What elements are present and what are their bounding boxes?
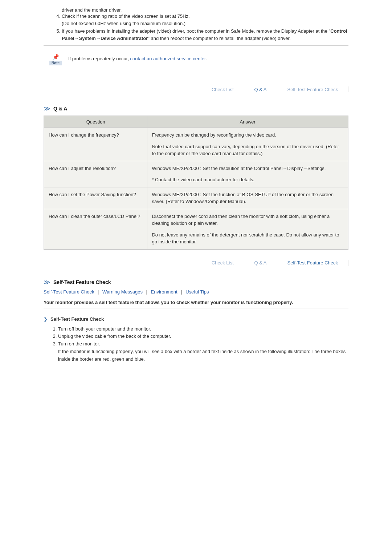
selftest-subheader-title: Self-Test Feature Check xyxy=(50,316,104,322)
qa-a1-p2: Note that video card support can vary, d… xyxy=(152,143,343,157)
intro-item-4: Check if the scanning ratio of the video… xyxy=(62,13,348,27)
qa-a2-p2: * Contact the video card manufacturer fo… xyxy=(152,176,343,183)
note-label: Note xyxy=(49,61,62,65)
qa-a2-p1: Windows ME/XP/2000 : Set the resolution … xyxy=(152,166,326,171)
intro-item-5-post: " and then reboot the computer to reinst… xyxy=(148,36,290,41)
nav-qa[interactable]: Q & A xyxy=(254,87,267,92)
nav-qa[interactable]: Q & A xyxy=(254,260,267,266)
link-self-test[interactable]: Self-Test Feature Check xyxy=(44,289,94,295)
qa-a4: Disconnect the power cord and then clean… xyxy=(147,209,348,250)
nav-divider-icon xyxy=(277,86,277,92)
step-3a: Turn on the monitor. xyxy=(58,341,100,347)
selftest-steps: Turn off both your computer and the moni… xyxy=(51,325,348,363)
th-question: Question xyxy=(44,116,147,128)
intro-ordered-list: Check if the scanning ratio of the video… xyxy=(54,13,348,42)
qa-section-header: ≫ Q & A xyxy=(44,105,348,113)
sublink-sep: | xyxy=(146,289,147,295)
qa-a3: Windows ME/XP/2000 : Set the function at… xyxy=(147,187,348,209)
qa-q3: How can I set the Power Saving function? xyxy=(44,187,147,209)
link-environment[interactable]: Environment xyxy=(151,289,177,295)
note-text: If problems repeatedly occur, contact an… xyxy=(68,54,207,61)
list-item: Turn off both your computer and the moni… xyxy=(58,325,348,333)
link-warning-messages[interactable]: Warning Messages xyxy=(102,289,143,295)
nav-tabs-2: Check List Q & A Self-Test Feature Check xyxy=(44,250,348,269)
step-1: Turn off both your computer and the moni… xyxy=(58,326,151,332)
nav-divider-icon xyxy=(244,260,244,266)
nav-self-test[interactable]: Self-Test Feature Check xyxy=(287,260,338,266)
th-answer: Answer xyxy=(147,116,348,128)
note-block: 📌 Note If problems repeatedly occur, con… xyxy=(49,54,348,65)
small-chevron-icon: ❯ xyxy=(44,316,48,322)
qa-table: Question Answer How can I change the fre… xyxy=(44,116,348,250)
nav-divider-icon xyxy=(348,260,348,266)
qa-section-title: Q & A xyxy=(53,106,67,112)
nav-check-list[interactable]: Check List xyxy=(212,260,234,266)
nav-self-test[interactable]: Self-Test Feature Check xyxy=(287,87,338,92)
intro-list-block: driver and the monitor driver. Check if … xyxy=(54,7,348,42)
table-row: How can I clean the outer case/LCD Panel… xyxy=(44,209,348,250)
intro-item-5-pre: If you have problems in installing the a… xyxy=(62,28,330,34)
pushpin-icon: 📌 xyxy=(49,54,62,60)
divider xyxy=(44,308,348,308)
sublink-sep: | xyxy=(181,289,182,295)
selftest-section-title: Self-Test Feature Check xyxy=(53,279,111,285)
chevron-icon: ≫ xyxy=(44,278,50,286)
list-item: Turn on the monitor. If the monitor is f… xyxy=(58,340,348,363)
table-row: How can I adjust the resolution? Windows… xyxy=(44,161,348,187)
intro-item-5: If you have problems in installing the a… xyxy=(62,28,348,42)
step-3b: If the monitor is functioning properly, … xyxy=(58,349,346,362)
step-2: Unplug the video cable from the back of … xyxy=(58,333,171,339)
nav-divider-icon xyxy=(277,260,277,266)
note-text-pre: If problems repeatedly occur, xyxy=(68,56,130,61)
continued-item-text: driver and the monitor driver. xyxy=(62,7,348,13)
nav-divider-icon xyxy=(348,86,348,92)
note-icon: 📌 Note xyxy=(49,54,62,65)
qa-q1: How can I change the frequency? xyxy=(44,128,147,161)
qa-q2: How can I adjust the resolution? xyxy=(44,161,147,187)
link-useful-tips[interactable]: Useful Tips xyxy=(185,289,209,295)
selftest-subheader: ❯ Self-Test Feature Check xyxy=(44,316,348,322)
selftest-intro-bold: Your monitor provides a self test featur… xyxy=(44,300,348,305)
nav-divider-icon xyxy=(244,86,244,92)
table-header-row: Question Answer xyxy=(44,116,348,128)
sublink-sep: | xyxy=(98,289,99,295)
intro-item-4-line1: Check if the scanning ratio of the video… xyxy=(62,13,190,19)
list-item: Unplug the video cable from the back of … xyxy=(58,333,348,340)
qa-a4-p1: Disconnect the power cord and then clean… xyxy=(152,214,330,226)
table-row: How can I change the frequency? Frequenc… xyxy=(44,128,348,161)
qa-a3-p1: Windows ME/XP/2000 : Set the function at… xyxy=(152,192,334,204)
selftest-section-header: ≫ Self-Test Feature Check xyxy=(44,278,348,286)
divider xyxy=(44,45,348,46)
qa-a1-p1: Frequency can be changed by reconfigurin… xyxy=(152,132,276,138)
qa-q4: How can I clean the outer case/LCD Panel… xyxy=(44,209,147,250)
nav-tabs-1: Check List Q & A Self-Test Feature Check xyxy=(44,76,348,95)
selftest-sublinks: Self-Test Feature Check | Warning Messag… xyxy=(44,289,348,295)
intro-item-4-line2: (Do not exceed 60Hz when using the maxim… xyxy=(62,21,185,26)
qa-a2: Windows ME/XP/2000 : Set the resolution … xyxy=(147,161,348,187)
note-link[interactable]: contact an authorized service center xyxy=(130,56,206,61)
nav-check-list[interactable]: Check List xyxy=(212,87,234,92)
note-text-post: . xyxy=(206,56,207,61)
table-row: How can I set the Power Saving function?… xyxy=(44,187,348,209)
qa-a1: Frequency can be changed by reconfigurin… xyxy=(147,128,348,161)
qa-a4-p2: Do not leave any remains of the detergen… xyxy=(152,231,343,246)
chevron-icon: ≫ xyxy=(44,105,50,113)
